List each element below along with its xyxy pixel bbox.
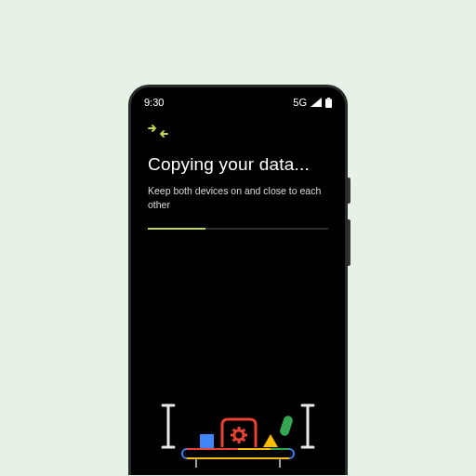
status-bar: 9:30 5G [131, 87, 345, 108]
status-right: 5G [293, 97, 332, 108]
page-title: Copying your data... [148, 154, 328, 175]
svg-line-12 [243, 439, 245, 442]
phone-screen: 9:30 5G Copying your data... Keep both d… [131, 87, 345, 475]
status-time: 9:30 [144, 97, 164, 108]
network-label: 5G [293, 97, 307, 108]
svg-rect-15 [279, 415, 294, 437]
svg-rect-5 [200, 434, 214, 448]
phone-side-button [348, 219, 350, 266]
svg-rect-0 [327, 98, 330, 99]
svg-line-13 [233, 439, 236, 442]
page-subtitle: Keep both devices on and close to each o… [148, 184, 328, 211]
content-area: Copying your data... Keep both devices o… [131, 108, 345, 230]
svg-rect-2 [182, 449, 294, 458]
phone-side-button [348, 178, 350, 204]
phone-frame: 9:30 5G Copying your data... Keep both d… [128, 85, 348, 475]
svg-line-11 [233, 430, 236, 432]
transfer-arrows-icon [148, 125, 328, 141]
transfer-illustration [131, 364, 345, 475]
svg-line-14 [243, 430, 245, 432]
svg-rect-1 [325, 99, 332, 108]
signal-icon [311, 98, 322, 107]
battery-icon [325, 98, 332, 108]
progress-fill [148, 228, 205, 230]
progress-bar [148, 228, 328, 230]
